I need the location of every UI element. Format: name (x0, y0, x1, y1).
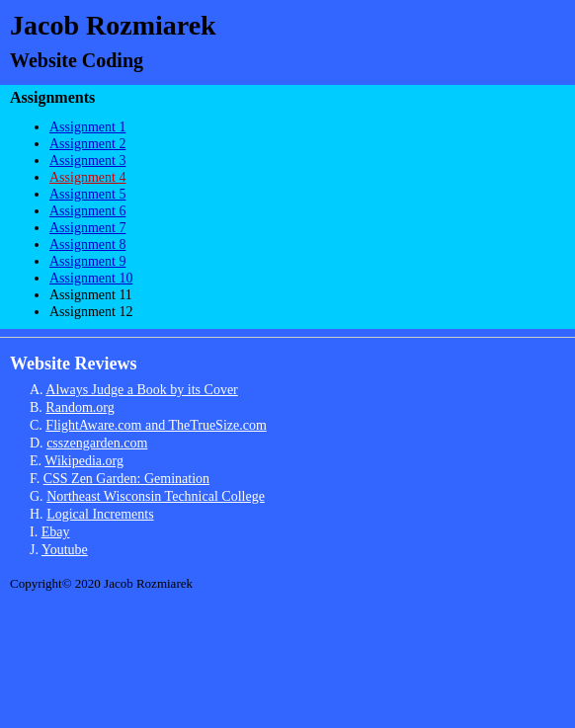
review-link[interactable]: Random.org (45, 400, 114, 415)
review-link[interactable]: Logical Increments (46, 507, 153, 522)
reviews-section-header: Website Reviews (10, 354, 565, 374)
assignment-link[interactable]: Assignment 8 (49, 237, 125, 252)
assignment-item[interactable]: Assignment 1 (49, 120, 565, 135)
review-item[interactable]: G. Northeast Wisconsin Technical College (30, 489, 565, 505)
review-link[interactable]: Northeast Wisconsin Technical College (46, 489, 265, 504)
assignment-item[interactable]: Assignment 10 (49, 271, 565, 286)
review-link[interactable]: csszengarden.com (46, 436, 147, 450)
assignment-link[interactable]: Assignment 5 (49, 187, 125, 202)
assignments-list: Assignment 1Assignment 2Assignment 3Assi… (30, 120, 565, 320)
review-item[interactable]: J. Youtube (30, 542, 565, 558)
review-link[interactable]: Wikipedia.org (44, 453, 123, 468)
assignments-section-header: Assignments (0, 85, 575, 111)
assignment-link[interactable]: Assignment 4 (49, 170, 125, 185)
reviews-section: Website Reviews A. Always Judge a Book b… (0, 346, 575, 568)
page-title: Jacob Rozmiarek (10, 10, 565, 41)
assignment-item[interactable]: Assignment 4 (49, 170, 565, 186)
review-item[interactable]: D. csszengarden.com (30, 436, 565, 451)
assignment-item[interactable]: Assignment 9 (49, 254, 565, 270)
review-link[interactable]: Always Judge a Book by its Cover (45, 382, 237, 397)
assignment-item[interactable]: Assignment 3 (49, 153, 565, 169)
review-link[interactable]: CSS Zen Garden: Gemination (43, 471, 209, 486)
assignment-link[interactable]: Assignment 6 (49, 203, 125, 218)
review-item[interactable]: A. Always Judge a Book by its Cover (30, 382, 565, 398)
assignment-item[interactable]: Assignment 6 (49, 203, 565, 219)
assignment-item[interactable]: Assignment 8 (49, 237, 565, 253)
review-link[interactable]: FlightAware.com and TheTrueSize.com (45, 418, 266, 433)
assignment-link[interactable]: Assignment 7 (49, 220, 125, 235)
review-item[interactable]: B. Random.org (30, 400, 565, 416)
review-item[interactable]: I. Ebay (30, 525, 565, 540)
assignment-link[interactable]: Assignment 3 (49, 153, 125, 168)
assignment-item: Assignment 11 (49, 287, 565, 303)
assignment-link[interactable]: Assignment 10 (49, 271, 132, 285)
course-title: Website Coding (10, 49, 565, 72)
review-item[interactable]: C. FlightAware.com and TheTrueSize.com (30, 418, 565, 434)
assignment-item: Assignment 12 (49, 304, 565, 320)
assignments-list-container: Assignment 1Assignment 2Assignment 3Assi… (0, 111, 575, 329)
review-item[interactable]: E. Wikipedia.org (30, 453, 565, 469)
assignment-item[interactable]: Assignment 2 (49, 136, 565, 152)
footer: Copyright© 2020 Jacob Rozmiarek (0, 568, 575, 600)
review-item[interactable]: F. CSS Zen Garden: Gemination (30, 471, 565, 487)
review-item[interactable]: H. Logical Increments (30, 507, 565, 523)
assignment-link[interactable]: Assignment 2 (49, 136, 125, 151)
review-link[interactable]: Youtube (41, 542, 88, 557)
review-link[interactable]: Ebay (41, 525, 70, 539)
section-divider (0, 337, 575, 338)
assignment-item[interactable]: Assignment 5 (49, 187, 565, 202)
assignment-link[interactable]: Assignment 1 (49, 120, 125, 134)
assignment-item[interactable]: Assignment 7 (49, 220, 565, 236)
assignment-link[interactable]: Assignment 9 (49, 254, 125, 269)
reviews-list: A. Always Judge a Book by its CoverB. Ra… (10, 382, 565, 558)
